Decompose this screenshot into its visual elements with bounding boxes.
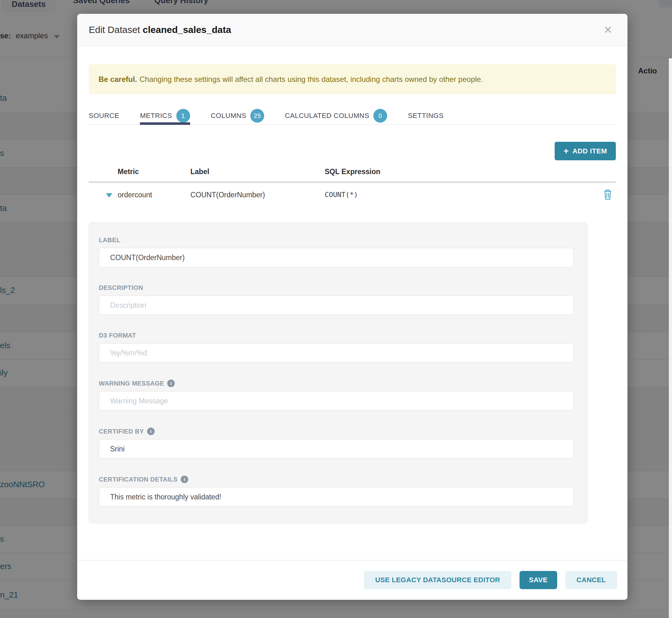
field-warning-message-caption: WARNING MESSAGE i	[99, 380, 574, 387]
save-button[interactable]: SAVE	[519, 571, 557, 589]
metrics-count-badge: 1	[176, 109, 190, 123]
metrics-table-header-divider	[89, 181, 616, 183]
col-header-sql-expression: SQL Expression	[325, 168, 380, 176]
edit-dataset-modal: Edit Dataset cleaned_sales_data ✕ Be car…	[77, 14, 628, 600]
field-certification-details-caption: CERTIFICATION DETAILS i	[99, 476, 574, 483]
modal-footer: USE LEGACY DATASOURCE EDITOR SAVE CANCEL	[364, 571, 617, 589]
columns-count-badge: 25	[250, 109, 264, 123]
tab-calculated-columns[interactable]: CALCULATED COLUMNS 0	[285, 107, 387, 125]
field-certified-by: CERTIFIED BY i	[99, 428, 574, 458]
field-certified-by-caption: CERTIFIED BY i	[99, 428, 574, 435]
warning-banner-bold: Be careful.	[99, 75, 137, 84]
metric-name: ordercount	[118, 191, 152, 199]
tab-columns[interactable]: COLUMNS 25	[211, 107, 265, 125]
modal-title-dataset-name: cleaned_sales_data	[143, 24, 231, 35]
warning-banner-text: Changing these settings will affect all …	[139, 75, 483, 84]
metrics-table-header: Metric Label SQL Expression	[89, 168, 616, 178]
description-input[interactable]	[99, 296, 574, 315]
collapse-caret-icon[interactable]	[106, 193, 112, 198]
field-d3-format-caption: D3 FORMAT	[99, 332, 574, 339]
modal-title: Edit Dataset cleaned_sales_data	[89, 24, 231, 35]
col-header-metric: Metric	[118, 168, 139, 176]
field-description-caption: DESCRIPTION	[99, 284, 574, 291]
field-certification-details: CERTIFICATION DETAILS i	[99, 476, 574, 507]
field-label: LABEL	[99, 236, 574, 267]
scrollbar[interactable]	[669, 58, 672, 618]
metric-label: COUNT(OrderNumber)	[190, 191, 265, 199]
tab-settings[interactable]: SETTINGS	[408, 107, 444, 125]
warning-banner: Be careful. Changing these settings will…	[89, 64, 616, 94]
tab-source[interactable]: SOURCE	[89, 107, 119, 125]
modal-header: Edit Dataset cleaned_sales_data ✕	[77, 14, 628, 46]
field-description: DESCRIPTION	[99, 284, 574, 315]
metric-row: ordercount COUNT(OrderNumber) COUNT(*)	[89, 188, 616, 202]
cancel-button[interactable]: CANCEL	[565, 571, 617, 589]
calculated-columns-count-badge: 0	[373, 109, 387, 123]
delete-metric-trash-icon[interactable]	[603, 189, 612, 201]
label-input[interactable]	[99, 248, 574, 267]
warning-message-input[interactable]	[99, 391, 574, 411]
certified-by-input[interactable]	[99, 439, 574, 458]
d3-format-input[interactable]	[99, 343, 574, 363]
info-icon: i	[167, 380, 175, 387]
add-item-button[interactable]: + ADD ITEM	[555, 142, 616, 160]
close-icon[interactable]: ✕	[602, 24, 614, 35]
field-label-caption: LABEL	[99, 236, 574, 244]
info-icon: i	[147, 428, 155, 435]
metric-detail-panel: LABEL DESCRIPTION D3 FORMAT WARNING MESS…	[89, 222, 587, 523]
certification-details-input[interactable]	[99, 487, 574, 507]
screen: Datasets Saved Queries Query History se:…	[0, 0, 672, 618]
info-icon: i	[181, 476, 188, 483]
use-legacy-datasource-editor-button[interactable]: USE LEGACY DATASOURCE EDITOR	[364, 571, 511, 589]
footer-divider	[77, 560, 628, 560]
metric-sql: COUNT(*)	[325, 191, 358, 199]
field-d3-format: D3 FORMAT	[99, 332, 574, 363]
col-header-label: Label	[190, 168, 209, 176]
modal-title-prefix: Edit Dataset	[89, 24, 140, 35]
active-tab-underline	[140, 122, 190, 125]
field-warning-message: WARNING MESSAGE i	[99, 380, 574, 411]
plus-icon: +	[563, 147, 568, 156]
